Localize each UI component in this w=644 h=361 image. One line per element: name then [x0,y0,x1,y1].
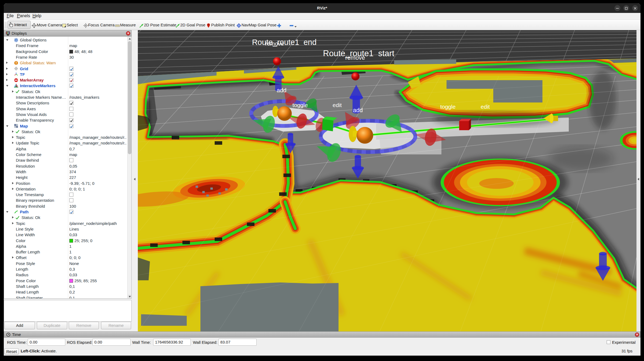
svg-text:add: add [277,87,287,94]
svg-text:remove: remove [265,40,284,47]
svg-text:toggle: toggle [292,102,308,108]
svg-text:edit: edit [333,102,342,108]
svg-text:edit: edit [481,104,490,110]
svg-text:remove: remove [345,54,365,61]
svg-text:add: add [353,107,363,114]
svg-text:toggle: toggle [440,104,455,110]
svg-text:Route_route1 end: Route_route1 end [252,38,316,47]
